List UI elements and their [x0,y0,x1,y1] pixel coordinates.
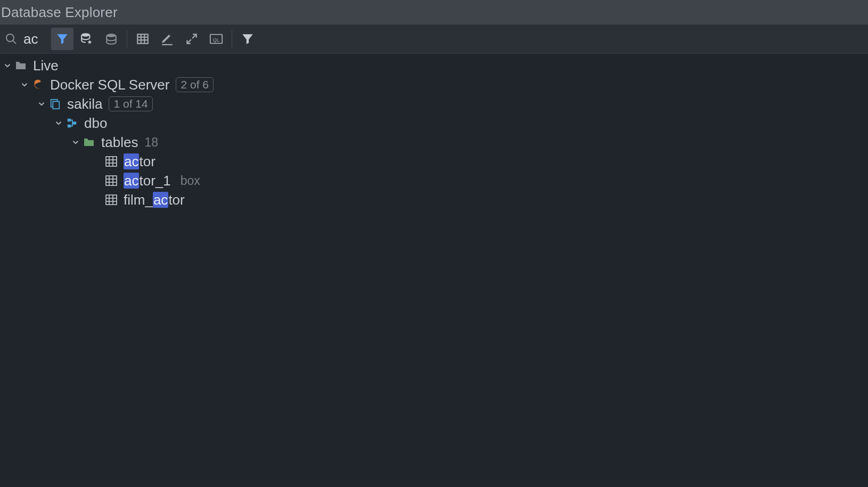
svg-line-1 [13,40,16,44]
tree-node-label: dbo [84,115,107,132]
folder-icon [82,135,96,149]
database-tree: Live Docker SQL Server 2 of 6 sakila 1 o… [0,54,868,209]
database-icon [48,97,62,111]
filter-button[interactable] [51,28,73,50]
create-table-button[interactable] [132,28,154,50]
sql-server-icon [31,78,45,92]
svg-rect-29 [106,195,117,205]
tree-node-table[interactable]: actor [0,152,868,171]
search-highlight: ac [153,192,168,208]
tree-node-label: actor [124,153,155,170]
svg-text:QL: QL [213,37,219,43]
table-icon [104,174,118,188]
tree-node-label: film_actor [124,192,185,208]
data-source-properties-button[interactable] [76,28,98,50]
toolbar-separator [127,30,127,48]
svg-point-3 [107,34,116,37]
svg-rect-15 [53,101,59,109]
svg-line-10 [192,34,196,38]
tree-node-group[interactable]: Live [0,56,868,75]
search-wrap [3,25,50,53]
tree-node-label: Live [33,58,59,74]
tree-node-tables-folder[interactable]: tables 18 [0,133,868,152]
toolbar-separator [232,30,232,48]
panel-title: Database Explorer [0,0,868,25]
toolbar: QL [0,25,868,54]
tree-node-datasource[interactable]: Docker SQL Server 2 of 6 [0,75,868,94]
svg-point-0 [6,34,14,42]
table-icon [104,155,118,168]
svg-rect-24 [106,176,117,185]
tree-node-secondary: box [181,174,200,188]
chevron-down-icon[interactable] [1,59,14,72]
tree-node-schema[interactable]: dbo [0,113,868,133]
chevron-down-icon[interactable] [35,98,48,110]
chevron-down-icon[interactable] [69,136,82,149]
svg-rect-17 [73,121,76,125]
svg-rect-18 [68,125,71,128]
tree-node-label: sakila [67,96,102,112]
schema-icon [65,116,79,130]
search-icon [3,31,19,47]
tree-node-database[interactable]: sakila 1 of 14 [0,94,868,113]
edit-button[interactable] [156,28,178,50]
svg-rect-16 [68,119,71,122]
search-highlight: ac [124,173,139,189]
refresh-button[interactable] [100,28,122,50]
tree-node-label: actor_1 [124,173,171,189]
tree-node-count: 18 [144,135,158,150]
table-icon [104,193,118,207]
tree-node-label: Docker SQL Server [50,77,169,93]
tree-node-table[interactable]: actor_1 box [0,171,868,190]
view-options-button[interactable] [236,28,259,50]
tree-node-label: tables [101,134,138,151]
title-text: Database Explorer [1,4,118,21]
chevron-down-icon[interactable] [18,78,31,91]
tree-node-table[interactable]: film_actor [0,190,868,209]
svg-rect-19 [106,157,117,166]
tree-node-badge: 2 of 6 [176,77,214,92]
expand-collapse-button[interactable] [181,28,203,50]
folder-icon [14,59,28,72]
svg-rect-4 [137,34,148,43]
search-input[interactable] [23,31,45,47]
svg-line-11 [187,39,191,44]
search-highlight: ac [124,153,139,169]
chevron-down-icon[interactable] [52,117,65,129]
jump-to-query-console-button[interactable]: QL [205,28,227,50]
svg-point-2 [81,33,89,36]
tree-node-badge: 1 of 14 [109,96,152,111]
